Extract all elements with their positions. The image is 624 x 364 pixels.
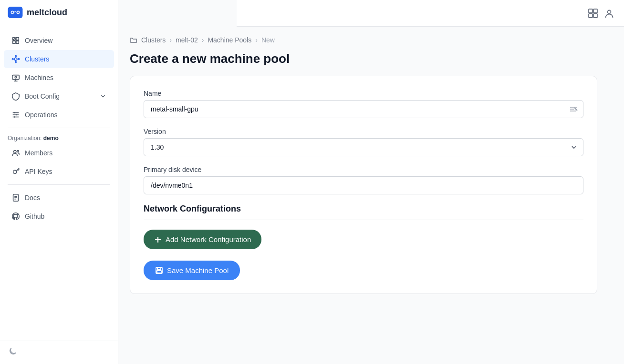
api-keys-icon: [11, 167, 20, 176]
name-input-wrapper: [144, 100, 583, 118]
svg-point-23: [14, 116, 15, 118]
svg-rect-0: [8, 7, 23, 18]
svg-point-38: [608, 10, 611, 13]
disk-input[interactable]: [144, 176, 583, 194]
sidebar-item-machines[interactable]: Machines: [4, 69, 114, 87]
docs-icon: [11, 193, 20, 202]
svg-rect-37: [593, 14, 597, 18]
members-icon: [11, 149, 20, 157]
svg-point-9: [18, 59, 20, 60]
nav-divider-2: [8, 184, 110, 185]
top-bar: [237, 0, 624, 27]
svg-point-2: [11, 11, 13, 13]
breadcrumb-machine-pools[interactable]: Machine Pools: [208, 36, 251, 44]
sidebar-item-github[interactable]: Github: [4, 207, 114, 225]
sidebar-item-operations[interactable]: Operations: [4, 106, 114, 124]
svg-point-21: [14, 112, 15, 113]
sidebar: meltcloud Overview Clusters: [0, 0, 118, 364]
name-field-group: Name: [144, 90, 583, 118]
svg-point-8: [12, 59, 13, 60]
name-label: Name: [144, 90, 583, 97]
svg-point-4: [17, 11, 19, 13]
disk-label: Primary disk device: [144, 166, 583, 173]
sidebar-item-clusters[interactable]: Clusters: [4, 50, 114, 68]
name-input[interactable]: [144, 100, 583, 118]
nav-section: Overview Clusters: [0, 25, 118, 341]
svg-point-25: [17, 151, 19, 152]
breadcrumb-clusters[interactable]: Clusters: [141, 36, 166, 44]
page-title: Create a new machine pool: [130, 51, 613, 66]
version-field-group: Version 1.30 1.29 1.28: [144, 128, 583, 156]
user-icon[interactable]: [604, 8, 614, 19]
buttons-row: Save Machine Pool: [144, 253, 583, 280]
network-section: Network Configurations Add Network Confi…: [144, 204, 583, 249]
machines-icon: [11, 73, 20, 82]
main-content: Clusters › melt-02 › Machine Pools › New…: [118, 0, 624, 364]
network-divider: [144, 220, 583, 220]
svg-rect-36: [589, 14, 593, 18]
github-icon: [11, 212, 20, 221]
sidebar-item-members[interactable]: Members: [4, 144, 114, 162]
sidebar-bottom: [0, 341, 118, 364]
network-section-title: Network Configurations: [144, 204, 583, 214]
version-select[interactable]: 1.30 1.29 1.28: [144, 138, 583, 156]
org-label: Organization: demo: [0, 132, 118, 143]
version-select-wrapper: 1.30 1.29 1.28: [144, 138, 583, 156]
svg-point-7: [15, 61, 17, 63]
name-field-icon: [569, 105, 578, 113]
svg-point-5: [14, 58, 17, 60]
content-area: Clusters › melt-02 › Machine Pools › New…: [118, 27, 624, 303]
form-card: Name Version 1.30: [130, 76, 597, 294]
save-icon: [155, 266, 163, 274]
breadcrumb-cluster-name[interactable]: melt-02: [176, 36, 198, 44]
operations-icon: [11, 111, 20, 119]
nav-divider-1: [8, 128, 110, 128]
svg-line-29: [18, 170, 19, 171]
logo-area: meltcloud: [0, 0, 118, 25]
add-network-config-button[interactable]: Add Network Configuration: [144, 230, 261, 249]
svg-rect-35: [593, 9, 597, 13]
sidebar-item-boot-config[interactable]: Boot Config: [4, 87, 114, 105]
logo-icon: [8, 7, 23, 18]
svg-line-43: [574, 108, 577, 110]
svg-rect-34: [589, 9, 593, 13]
disk-field-group: Primary disk device: [144, 166, 583, 194]
svg-rect-47: [157, 267, 161, 270]
sidebar-item-overview[interactable]: Overview: [4, 31, 114, 50]
svg-rect-14: [12, 75, 19, 80]
sidebar-item-api-keys[interactable]: API Keys: [4, 162, 114, 181]
theme-toggle-icon[interactable]: [8, 347, 17, 356]
clusters-icon: [11, 55, 20, 63]
svg-point-22: [16, 114, 17, 116]
sidebar-item-docs[interactable]: Docs: [4, 189, 114, 207]
svg-point-6: [15, 55, 17, 57]
svg-point-24: [14, 151, 16, 153]
breadcrumb-icon: [130, 36, 137, 44]
svg-rect-48: [157, 271, 161, 273]
svg-line-28: [18, 169, 19, 170]
grid-icon[interactable]: [588, 8, 598, 19]
logo-text: meltcloud: [27, 8, 67, 18]
plus-icon: [154, 236, 162, 243]
svg-point-26: [13, 170, 17, 173]
boot-config-icon: [11, 92, 20, 101]
breadcrumb-current: New: [261, 36, 275, 44]
chevron-down-icon: [100, 93, 106, 100]
version-label: Version: [144, 128, 583, 135]
save-machine-pool-button[interactable]: Save Machine Pool: [144, 261, 240, 280]
svg-point-17: [15, 76, 17, 78]
breadcrumb: Clusters › melt-02 › Machine Pools › New: [130, 36, 613, 44]
overview-icon: [11, 36, 20, 45]
